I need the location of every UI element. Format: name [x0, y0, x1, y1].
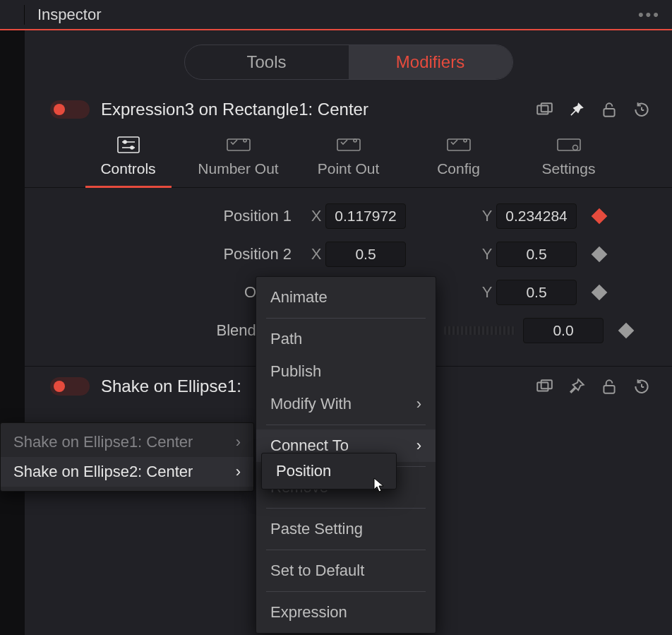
- svg-point-13: [464, 139, 467, 142]
- param-label: Off: [29, 283, 280, 302]
- submenu-item-label: Shake on Ellipse1: Center: [13, 433, 193, 451]
- menu-separator: [266, 508, 426, 509]
- chevron-right-icon: ›: [236, 433, 241, 451]
- menu-label: Path: [270, 330, 302, 348]
- tools-modifiers-segment: Tools Modifiers: [25, 30, 672, 93]
- chevron-right-icon: ›: [236, 463, 241, 481]
- param-label: Blend t: [29, 321, 280, 340]
- submenu-item-shake-ellipse1[interactable]: Shake on Ellipse1: Center ›: [1, 427, 253, 457]
- x-label: X: [307, 207, 325, 225]
- blend-input[interactable]: 0.0: [523, 318, 604, 343]
- svg-point-15: [572, 146, 577, 150]
- version-icon[interactable]: [632, 100, 651, 119]
- left-gutter: [0, 30, 25, 635]
- y-label: Y: [478, 245, 496, 263]
- pin-icon[interactable]: [568, 377, 586, 396]
- menu-publish[interactable]: Publish: [256, 355, 436, 388]
- menu-separator: [266, 425, 426, 425]
- menu-set-to-default[interactable]: Set to Default: [256, 554, 436, 587]
- windows-icon[interactable]: [535, 100, 553, 119]
- menu-modify-with[interactable]: Modify With›: [256, 388, 436, 420]
- node-title: Expression3 on Rectangle1: Center: [101, 100, 535, 119]
- keyframe-icon[interactable]: [592, 208, 608, 225]
- inspector-header: Inspector •••: [0, 0, 672, 30]
- menu-expression[interactable]: Expression: [256, 596, 436, 629]
- submenu-item-shake-ellipse2[interactable]: Shake on Ellipse2: Center ›: [1, 457, 253, 487]
- tab-settings-label: Settings: [542, 160, 596, 177]
- controls-icon: [114, 135, 143, 155]
- chevron-right-icon: ›: [416, 437, 421, 455]
- tab-number-out[interactable]: Number Out: [196, 135, 282, 187]
- lock-icon[interactable]: [600, 377, 618, 396]
- tab-point-out-label: Point Out: [318, 160, 380, 177]
- enable-toggle[interactable]: [50, 100, 90, 119]
- menu-label: Modify With: [270, 395, 352, 413]
- menu-path[interactable]: Path: [256, 323, 436, 355]
- param-label: Position 2: [29, 245, 307, 263]
- keyframe-icon[interactable]: [592, 285, 608, 301]
- svg-rect-2: [604, 109, 614, 117]
- position2-y-input[interactable]: 0.5: [496, 242, 577, 267]
- settings-icon: [554, 135, 584, 155]
- svg-rect-17: [541, 380, 552, 388]
- menu-animate[interactable]: Animate: [256, 281, 436, 314]
- menu-separator: [266, 318, 426, 319]
- y-label: Y: [478, 283, 496, 302]
- menu-label: Animate: [270, 288, 328, 307]
- tab-point-out[interactable]: Point Out: [306, 135, 392, 187]
- keyframe-icon[interactable]: [592, 247, 608, 263]
- flyout-label: Position: [276, 462, 331, 480]
- pin-icon[interactable]: [568, 100, 586, 119]
- position1-x-input[interactable]: 0.117972: [325, 203, 406, 229]
- panel-options-icon[interactable]: •••: [638, 6, 672, 24]
- tab-controls[interactable]: Controls: [85, 135, 172, 188]
- tab-controls-label: Controls: [100, 160, 155, 177]
- tab-settings[interactable]: Settings: [526, 135, 612, 187]
- segment-tools[interactable]: Tools: [185, 45, 349, 79]
- point-out-icon: [334, 135, 364, 155]
- version-icon[interactable]: [632, 377, 651, 396]
- svg-rect-18: [604, 386, 614, 393]
- menu-label: Paste Setting: [270, 520, 363, 538]
- submenu-item-label: Shake on Ellipse2: Center: [13, 463, 193, 481]
- chevron-right-icon: ›: [416, 395, 421, 413]
- enable-toggle[interactable]: [50, 377, 90, 396]
- config-icon: [444, 135, 474, 155]
- menu-label: Set to Default: [270, 562, 364, 580]
- svg-point-5: [124, 141, 126, 143]
- blend-slider[interactable]: [444, 326, 515, 335]
- menu-separator: [266, 550, 426, 550]
- number-out-icon: [224, 135, 253, 155]
- tab-config[interactable]: Config: [416, 135, 502, 187]
- svg-rect-3: [118, 137, 139, 153]
- menu-label: Expression: [270, 603, 347, 622]
- svg-rect-16: [537, 383, 548, 391]
- menu-separator: [266, 591, 426, 592]
- svg-point-11: [354, 139, 356, 142]
- segment-modifiers[interactable]: Modifiers: [349, 45, 512, 79]
- x-label: X: [307, 245, 325, 263]
- y-label: Y: [478, 207, 496, 225]
- param-label: Position 1: [29, 207, 307, 225]
- node-expression3-header: Expression3 on Rectangle1: Center: [25, 93, 672, 129]
- svg-point-7: [131, 146, 133, 149]
- position2-x-input[interactable]: 0.5: [325, 242, 406, 267]
- tab-config-label: Config: [437, 160, 480, 177]
- subtab-strip: Controls Number Out Point Out Config Set…: [25, 129, 672, 188]
- offset-y-input[interactable]: 0.5: [496, 280, 577, 305]
- tab-number-out-label: Number Out: [198, 160, 278, 177]
- position1-y-input[interactable]: 0.234284: [496, 203, 577, 229]
- svg-point-9: [244, 139, 246, 142]
- toggle-dot-icon: [54, 381, 65, 392]
- toggle-dot-icon: [54, 104, 65, 115]
- segment-control: Tools Modifiers: [184, 44, 513, 80]
- lock-icon[interactable]: [600, 100, 618, 119]
- connect-to-target-submenu: Shake on Ellipse1: Center › Shake on Ell…: [0, 422, 254, 492]
- panel-title: Inspector: [37, 6, 638, 24]
- menu-paste-setting[interactable]: Paste Setting: [256, 513, 436, 545]
- windows-icon[interactable]: [535, 377, 553, 396]
- mouse-cursor-icon: [373, 477, 386, 496]
- svg-rect-1: [541, 103, 552, 112]
- keyframe-icon[interactable]: [618, 323, 635, 339]
- param-position2: Position 2 X 0.5 Y 0.5: [29, 242, 651, 267]
